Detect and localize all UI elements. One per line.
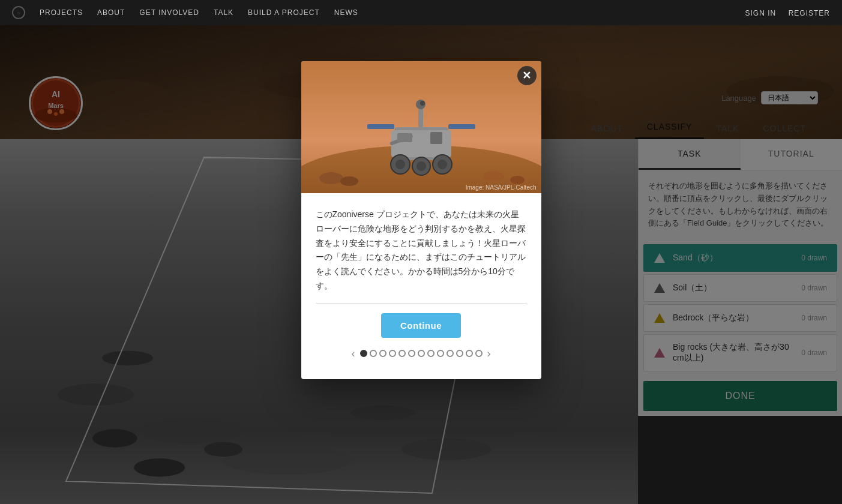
pagination-prev[interactable]: ‹ bbox=[349, 347, 358, 360]
modal-pagination: ‹ › bbox=[316, 347, 527, 360]
page-dot-1[interactable] bbox=[360, 350, 367, 357]
svg-point-40 bbox=[416, 161, 426, 171]
modal-body: このZooniverse プロジェクトで、あなたは未来の火星ローバーに危険な地形… bbox=[301, 193, 541, 379]
page-dot-11[interactable] bbox=[456, 350, 463, 357]
page-dot-8[interactable] bbox=[427, 350, 435, 357]
sign-in-link[interactable]: SIGN IN bbox=[745, 9, 777, 17]
modal-image: Image: NASA/JPL-Caltech bbox=[301, 61, 541, 193]
page-dot-2[interactable] bbox=[370, 350, 377, 357]
nav-about[interactable]: ABOUT bbox=[97, 8, 125, 17]
project-area: AI Mars Language 日本語EnglishEspañolFrança… bbox=[0, 25, 842, 504]
svg-rect-32 bbox=[367, 124, 394, 129]
svg-point-28 bbox=[483, 171, 504, 182]
page-dot-6[interactable] bbox=[408, 350, 415, 357]
auth-links: SIGN IN REGISTER bbox=[736, 7, 830, 18]
zooniverse-logo[interactable]: ○ bbox=[12, 6, 25, 19]
modal-continue-button[interactable]: Continue bbox=[381, 313, 461, 338]
nav-news[interactable]: NEWS bbox=[334, 8, 358, 17]
svg-rect-45 bbox=[430, 132, 442, 144]
page-dot-7[interactable] bbox=[418, 350, 425, 357]
tutorial-modal: ✕ bbox=[301, 61, 541, 379]
svg-point-29 bbox=[510, 176, 525, 184]
nav-get-involved[interactable]: GET INVOLVED bbox=[139, 8, 199, 17]
page-dot-9[interactable] bbox=[437, 350, 444, 357]
page-dot-5[interactable] bbox=[398, 350, 406, 357]
page-dot-4[interactable] bbox=[389, 350, 396, 357]
modal-overlay: ✕ bbox=[0, 25, 842, 504]
nav-build[interactable]: BUILD A PROJECT bbox=[248, 8, 320, 17]
svg-rect-34 bbox=[418, 106, 423, 127]
svg-point-26 bbox=[319, 172, 343, 184]
page-dot-13[interactable] bbox=[475, 350, 483, 357]
svg-point-36 bbox=[420, 101, 425, 106]
modal-divider bbox=[316, 303, 527, 304]
modal-description: このZooniverse プロジェクトで、あなたは未来の火星ローバーに危険な地形… bbox=[316, 208, 527, 293]
svg-point-38 bbox=[395, 160, 405, 169]
nav-talk[interactable]: TALK bbox=[214, 8, 233, 17]
svg-rect-44 bbox=[397, 133, 412, 142]
nav-projects[interactable]: PROJECTS bbox=[40, 8, 83, 17]
svg-point-27 bbox=[340, 176, 358, 186]
image-caption: Image: NASA/JPL-Caltech bbox=[466, 184, 537, 191]
modal-close-button[interactable]: ✕ bbox=[517, 66, 537, 85]
svg-rect-33 bbox=[448, 124, 475, 129]
pagination-next[interactable]: › bbox=[485, 347, 493, 360]
top-navigation: ○ PROJECTS ABOUT GET INVOLVED TALK BUILD… bbox=[0, 0, 842, 25]
svg-point-42 bbox=[438, 160, 447, 169]
register-link[interactable]: REGISTER bbox=[789, 9, 830, 17]
page-dot-12[interactable] bbox=[466, 350, 473, 357]
page-dot-3[interactable] bbox=[379, 350, 386, 357]
page-dot-10[interactable] bbox=[447, 350, 454, 357]
